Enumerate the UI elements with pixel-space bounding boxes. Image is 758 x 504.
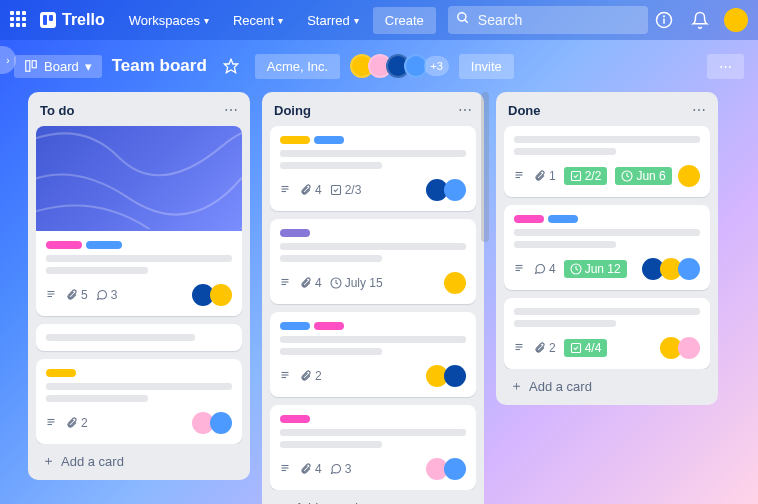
desc-icon [280,370,292,382]
chevron-down-icon: ▾ [204,15,209,26]
search-input[interactable] [448,6,648,34]
checklist-done-badge: 2/2 [564,167,608,185]
search-icon [456,11,470,29]
board-card[interactable]: 42/3 [270,126,476,211]
list-title[interactable]: Doing [274,103,311,118]
card-label [280,136,310,144]
card-member-avatar [444,179,466,201]
logo[interactable]: Trello [40,11,105,29]
board-card[interactable]: 4July 15 [270,219,476,304]
desc-icon [514,342,526,354]
board-menu-button[interactable]: ⋯ [707,54,744,79]
card-cover [36,126,242,231]
board-title[interactable]: Team board [112,56,207,76]
description-badge [514,342,526,354]
attachment-badge: 4 [300,462,322,476]
description-badge [280,463,292,475]
workspace-chip[interactable]: Acme, Inc. [255,54,340,79]
card-title-placeholder [280,255,382,262]
board-list: Doing ⋯ 42/3 4July 15 2 43 [262,92,484,504]
nav-workspaces[interactable]: Workspaces▾ [119,7,219,34]
desc-icon [514,263,526,275]
attachment-badge: 2 [300,369,322,383]
attach-icon [300,463,312,475]
member-overflow[interactable]: +3 [424,56,449,76]
date-done-badge: Jun 6 [615,167,671,185]
description-badge [514,170,526,182]
create-button[interactable]: Create [373,7,436,34]
card-members [660,337,700,359]
svg-rect-40 [571,344,580,353]
card-title-placeholder [280,162,382,169]
card-members [642,258,700,280]
add-card-button[interactable]: ＋Add a card [36,444,242,472]
checklist-badge: 2/3 [330,183,362,197]
card-title-placeholder [280,243,466,250]
board-card[interactable] [36,324,242,351]
list-menu-button[interactable]: ⋯ [458,102,472,118]
nav-starred[interactable]: Starred▾ [297,7,369,34]
card-title-placeholder [46,334,195,341]
user-avatar[interactable] [724,8,748,32]
list-menu-button[interactable]: ⋯ [692,102,706,118]
comment-badge: 3 [330,462,352,476]
desc-icon [514,170,526,182]
board-card[interactable]: 2 [270,312,476,397]
svg-rect-5 [26,61,30,72]
board-card[interactable]: 53 [36,126,242,316]
desc-icon [46,289,58,301]
card-label [86,241,122,249]
card-member-avatar [678,337,700,359]
scrollbar[interactable] [481,92,489,242]
board-header: Board ▾ Team board Acme, Inc. +3 Invite … [0,46,758,86]
add-card-button[interactable]: ＋Add a card [504,369,710,397]
chevron-down-icon: ▾ [85,59,92,74]
clock-icon [570,263,582,275]
attach-icon [534,342,546,354]
board-members[interactable]: +3 [350,54,449,78]
card-members [192,412,232,434]
desc-icon [46,417,58,429]
date-badge: July 15 [330,276,383,290]
card-label [280,322,310,330]
list-title[interactable]: To do [40,103,74,118]
card-members [192,284,232,306]
card-label [46,369,76,377]
card-member-avatar [210,284,232,306]
add-card-button[interactable]: ＋Add a card [270,490,476,504]
board-view-select[interactable]: Board ▾ [14,55,102,78]
board-card[interactable]: 24/4 [504,298,710,369]
clock-icon [330,277,342,289]
card-title-placeholder [280,336,466,343]
svg-point-4 [664,16,665,17]
apps-switcher-icon[interactable] [10,11,28,29]
notifications-icon[interactable] [688,8,712,32]
card-member-avatar [678,258,700,280]
card-title-placeholder [280,441,382,448]
board-canvas: To do ⋯ 53 2 ＋Add a card Doing [0,86,758,504]
board-card[interactable]: 12/2Jun 6 [504,126,710,197]
card-member-avatar [444,272,466,294]
card-member-avatar [444,365,466,387]
description-badge [46,417,58,429]
svg-point-0 [458,13,466,21]
info-icon[interactable] [652,8,676,32]
invite-button[interactable]: Invite [459,54,514,79]
attachment-badge: 2 [66,416,88,430]
description-badge [280,277,292,289]
star-button[interactable] [217,52,245,80]
board-card[interactable]: 4Jun 12 [504,205,710,290]
board-card[interactable]: 43 [270,405,476,490]
card-title-placeholder [280,150,466,157]
list-menu-button[interactable]: ⋯ [224,102,238,118]
description-badge [514,263,526,275]
desc-icon [280,184,292,196]
card-label [280,415,310,423]
card-label [314,136,344,144]
comment-icon [96,289,108,301]
nav-recent[interactable]: Recent▾ [223,7,293,34]
svg-line-1 [465,20,468,23]
board-card[interactable]: 2 [36,359,242,444]
comment-badge: 4 [534,262,556,276]
list-title[interactable]: Done [508,103,541,118]
